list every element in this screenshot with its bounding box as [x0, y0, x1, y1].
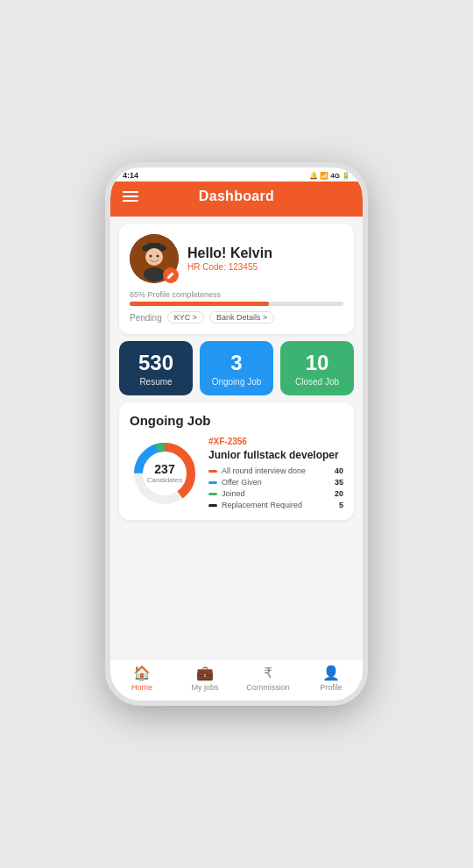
stat-offer-label: Offer Given: [222, 478, 262, 487]
kyc-badge[interactable]: KYC >: [167, 311, 204, 324]
nav-commission-label: Commission: [246, 683, 290, 692]
svg-point-6: [144, 267, 165, 281]
stat-interview: All round interview done 40: [208, 466, 343, 475]
status-bar: 4:14 🔔 📶 4G 🔋: [110, 167, 363, 181]
ongoing-job-title: Ongoing Job: [130, 413, 343, 428]
profile-icon: 👤: [322, 665, 340, 681]
status-time: 4:14: [123, 171, 138, 180]
stat-number-resume: 530: [138, 352, 173, 374]
job-name: Junior fullstack developer: [208, 449, 343, 461]
dot-replacement: [208, 504, 217, 507]
header: Dashboard: [110, 181, 363, 217]
donut-number: 237: [147, 463, 182, 476]
stat-replacement: Replacement Required 5: [208, 501, 343, 509]
svg-point-5: [157, 255, 159, 258]
job-stats: All round interview done 40 Offer Given …: [208, 466, 343, 509]
pending-label: Pending: [130, 313, 162, 323]
nav-commission[interactable]: ₹ Commission: [236, 665, 300, 692]
home-icon: 🏠: [133, 665, 151, 681]
dot-offer: [208, 481, 217, 484]
stat-interview-val: 40: [331, 466, 343, 475]
svg-point-4: [150, 255, 152, 258]
nav-profile-label: Profile: [320, 683, 342, 692]
phone-frame: 4:14 🔔 📶 4G 🔋 Dashboard: [105, 162, 368, 706]
stat-joined-val: 20: [331, 489, 343, 498]
profile-card: Hello! Kelvin HR Code: 123455 65% Profil…: [119, 224, 354, 334]
avatar-wrap: [130, 234, 179, 283]
header-title: Dashboard: [199, 189, 274, 204]
progress-bar-fill: [130, 302, 269, 306]
nav-profile[interactable]: 👤 Profile: [300, 665, 363, 692]
job-id: #XF-2356: [208, 437, 343, 446]
myjobs-icon: 💼: [196, 665, 214, 681]
dot-joined: [208, 493, 217, 495]
donut-label: Candidates: [147, 476, 182, 484]
stat-offer: Offer Given 35: [208, 478, 343, 487]
svg-point-3: [145, 248, 163, 266]
nav-myjobs[interactable]: 💼 My jobs: [173, 665, 236, 692]
nav-home[interactable]: 🏠 Home: [110, 665, 173, 692]
dot-interview: [208, 470, 217, 473]
pending-row: Pending KYC > Bank Details >: [130, 311, 343, 324]
avatar-edit-button[interactable]: [163, 267, 179, 283]
stat-label-ongoing: Ongoing Job: [212, 377, 262, 387]
job-details: #XF-2356 Junior fullstack developer All …: [208, 437, 343, 509]
ongoing-job-body: 237 Candidates #XF-2356 Junior fullstack…: [130, 437, 343, 509]
phone-screen: 4:14 🔔 📶 4G 🔋 Dashboard: [110, 167, 363, 701]
nav-home-label: Home: [131, 683, 152, 692]
stat-offer-val: 35: [331, 478, 343, 487]
stats-row: 530 Resume 3 Ongoing Job 10 Closed Job: [119, 341, 354, 395]
ongoing-job-card: Ongoing Job: [119, 402, 354, 520]
main-content: Hello! Kelvin HR Code: 123455 65% Profil…: [110, 217, 363, 701]
stat-label-closed: Closed Job: [295, 377, 339, 387]
donut-chart: 237 Candidates: [130, 438, 200, 509]
status-icons: 🔔 📶 4G 🔋: [309, 172, 350, 180]
donut-center: 237 Candidates: [147, 463, 182, 484]
profile-code: HR Code: 123455: [187, 262, 343, 272]
nav-myjobs-label: My jobs: [191, 683, 218, 692]
stat-replacement-val: 5: [331, 501, 343, 509]
stat-replacement-label: Replacement Required: [222, 501, 302, 509]
stat-number-ongoing: 3: [230, 352, 242, 374]
stat-number-closed: 10: [306, 352, 329, 374]
profile-info: Hello! Kelvin HR Code: 123455: [187, 245, 343, 272]
menu-button[interactable]: [123, 191, 138, 202]
stat-joined: Joined 20: [208, 489, 343, 498]
stat-label-resume: Resume: [139, 377, 172, 387]
commission-icon: ₹: [264, 665, 272, 681]
profile-name: Hello! Kelvin: [187, 245, 343, 261]
progress-label: 65% Profile completeness: [130, 290, 343, 299]
stat-joined-label: Joined: [222, 489, 245, 498]
stat-interview-label: All round interview done: [222, 466, 306, 475]
progress-bar-bg: [130, 302, 343, 306]
bottom-nav: 🏠 Home 💼 My jobs ₹ Commission 👤 Profile: [110, 658, 363, 701]
stat-card-resume[interactable]: 530 Resume: [119, 341, 193, 395]
stat-card-ongoing[interactable]: 3 Ongoing Job: [200, 341, 273, 395]
stat-card-closed[interactable]: 10 Closed Job: [280, 341, 354, 395]
profile-top: Hello! Kelvin HR Code: 123455: [130, 234, 343, 283]
bank-badge[interactable]: Bank Details >: [209, 311, 274, 324]
